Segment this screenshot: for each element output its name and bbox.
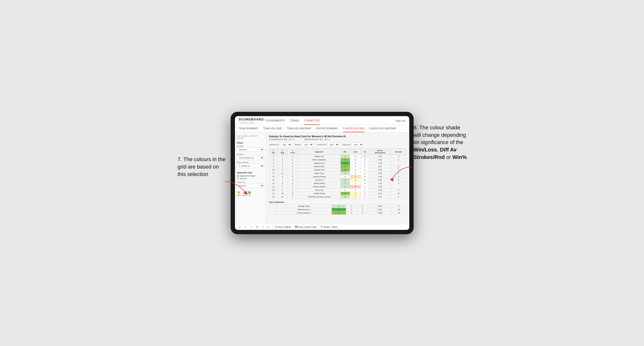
toolbar-watch[interactable]: 👁 Watch — [321, 226, 330, 228]
toolbar-share[interactable]: Share — [332, 226, 337, 228]
table-row: 11 11 2 Heejo Hyun 1 0 0 3.33 3 — [269, 172, 406, 175]
nav-tournaments[interactable]: TOURNAMENTS — [264, 117, 285, 125]
grid-title: Katelyn Vo Head-to-Head Grid for Women's… — [269, 135, 406, 138]
table-row: 18 2 2 Euna Lee 0 0 0 -5.00 2 — [269, 188, 406, 192]
opponent-filter-select[interactable]: (All) — [352, 143, 363, 147]
cell-reg: 7 — [278, 178, 287, 182]
toolbar-undo[interactable]: ↩ — [238, 225, 242, 229]
arrow-left — [222, 179, 251, 198]
cell-win: 2 — [340, 178, 350, 182]
sidebar-player-rank-label: Player (Rank) — [237, 161, 264, 164]
col-div: #Div — [269, 149, 278, 155]
subnav-team-summary[interactable]: TEAM SUMMARY — [239, 125, 258, 132]
table-row: 15 8 5 Stella Cheng 1 0 0 1.25 4 — [269, 182, 406, 185]
nav-teams[interactable]: TEAMS — [290, 117, 299, 125]
cell-loss: 0 — [350, 172, 361, 175]
ood-cell-opponent: Foreign Team — [276, 205, 332, 208]
cell-win: 2 — [340, 195, 350, 199]
ood-cell-opponent: NCAA Division 2 — [276, 211, 332, 215]
cell-tie: 0 — [361, 185, 369, 188]
sidebar: Last Updated: 27/03/2024 16:55:38 Player… — [235, 133, 266, 224]
cell-win: 4 — [340, 192, 350, 195]
cell-win: 1 — [340, 182, 350, 185]
cell-tie: 0 — [361, 192, 369, 195]
cell-opponent: Sydney Kuo — [298, 162, 340, 165]
cell-div: 6 — [269, 162, 278, 165]
logo-sub: Powered by clippd — [239, 122, 261, 124]
table-row: 16 7 1 Jessica Mason 1 2 0 -0.94 — [269, 185, 406, 188]
toolbar-save-custom-view[interactable]: 💾 Save Custom View — [295, 226, 316, 228]
cell-reg: 2 — [278, 158, 287, 162]
outer-wrapper: 7. The colours in the grid are based on … — [178, 112, 466, 234]
region-filter-select[interactable]: (All) — [302, 143, 314, 147]
cell-diff: 4.00 — [369, 168, 391, 172]
toolbar-refresh[interactable]: ↻ — [267, 225, 270, 229]
cell-div: 13 — [269, 175, 278, 178]
cell-conf: 2 — [287, 188, 298, 192]
cell-opponent: Euna Lee — [298, 188, 340, 192]
cell-diff: 0.38 — [369, 178, 391, 182]
logo: SCOREBOARD — [239, 118, 264, 121]
cell-loss: 0 — [350, 162, 361, 165]
player-rank-select[interactable]: 8. Katelyn Vo — [237, 164, 264, 168]
annotation-left: 7. The colours in the grid are based on … — [178, 156, 226, 178]
cell-reg: 11 — [278, 195, 287, 199]
cell-reg: 10 — [278, 192, 287, 195]
cell-div: 16 — [269, 185, 278, 188]
cell-reg: 7 — [278, 185, 287, 188]
ood-table-row: NCAA Division 2 5 0 0 7.400 10 — [269, 211, 406, 215]
subnav-player-h2h-heatmap[interactable]: PLAYER H2H HEATMAP — [369, 125, 396, 132]
opponents-filter-select[interactable]: (All) — [280, 143, 292, 147]
subnav-team-h2h-heatmap[interactable]: TEAM H2H HEATMAP — [287, 125, 311, 132]
col-opponent: Opponent — [298, 149, 340, 155]
conference-filter-select[interactable]: (All) — [328, 143, 339, 147]
toolbar-undo2[interactable]: ↩ — [250, 225, 253, 229]
cell-div: 9 — [269, 165, 278, 168]
subnav-player-h2h-grid[interactable]: PLAYER H2H GRID — [343, 125, 364, 132]
cell-conf: 2 — [287, 172, 298, 175]
ood-cell-rounds: 2 — [392, 205, 406, 208]
cell-conf: 1 — [287, 155, 298, 158]
ood-cell-loss: 0 — [346, 208, 357, 211]
cell-loss: 1 — [350, 195, 361, 199]
arrow-right — [390, 165, 414, 184]
cell-loss: 2 — [350, 185, 361, 188]
cell-rounds: 4 — [391, 155, 406, 158]
toolbar-redo[interactable]: ↪ — [244, 225, 248, 229]
filter-opponents: Opponents: (All) — [269, 143, 292, 147]
cell-rounds: 3 — [391, 158, 406, 162]
radio-opponents-played[interactable]: Opponents Played — [237, 175, 264, 177]
cell-win: 0 — [340, 175, 350, 178]
cell-conf: 7 — [287, 195, 298, 199]
filter-row: Opponents: (All) Region (All) — [269, 143, 406, 147]
division-select[interactable]: NCAA Division III — [237, 156, 264, 160]
ood-cell-loss: 0 — [346, 211, 357, 215]
cell-loss: 0 — [350, 182, 361, 185]
ood-cell-rounds: 30 — [392, 208, 406, 211]
cell-conf: 1 — [287, 175, 298, 178]
cell-reg: 8 — [278, 182, 287, 185]
subnav-player-summary[interactable]: PLAYER SUMMARY — [316, 125, 338, 132]
table-row: 6 3 3 Sydney Kuo 1 0 0 -1.00 — [269, 162, 406, 165]
view-icon: 👁 — [275, 226, 277, 228]
sub-nav: TEAM SUMMARY TEAM H2H GRID TEAM H2H HEAT… — [235, 125, 409, 133]
nav-committee[interactable]: COMMITTEE — [304, 117, 320, 125]
cell-tie: 0 — [361, 162, 369, 165]
cell-diff: 3.67 — [369, 165, 391, 168]
cell-tie: 0 — [361, 182, 369, 185]
ood-cell-tie: 0 — [357, 208, 368, 211]
main-table: #Div #Reg #Conf Opponent Win Loss Tie Di… — [269, 149, 406, 199]
cell-win: 1 — [340, 162, 350, 165]
sign-out-link[interactable]: Sign out — [396, 119, 405, 122]
gender-select[interactable]: Women's — [237, 148, 264, 152]
cell-conf: 2 — [287, 158, 298, 162]
cell-diff: -0.94 — [369, 185, 391, 188]
cell-tie: 1 — [361, 155, 369, 158]
col-reg: #Reg — [278, 149, 287, 155]
cell-loss: 1 — [350, 175, 361, 178]
toolbar-copy[interactable]: ⊞ — [255, 225, 259, 229]
subnav-team-h2h-grid[interactable]: TEAM H2H GRID — [263, 125, 282, 132]
toolbar-view-original[interactable]: 👁 View: Original — [275, 226, 291, 228]
toolbar-extra[interactable]: ✂ — [261, 225, 265, 229]
grid-records: Overall Record: 353 - 34 - 6 Division Re… — [269, 138, 406, 141]
